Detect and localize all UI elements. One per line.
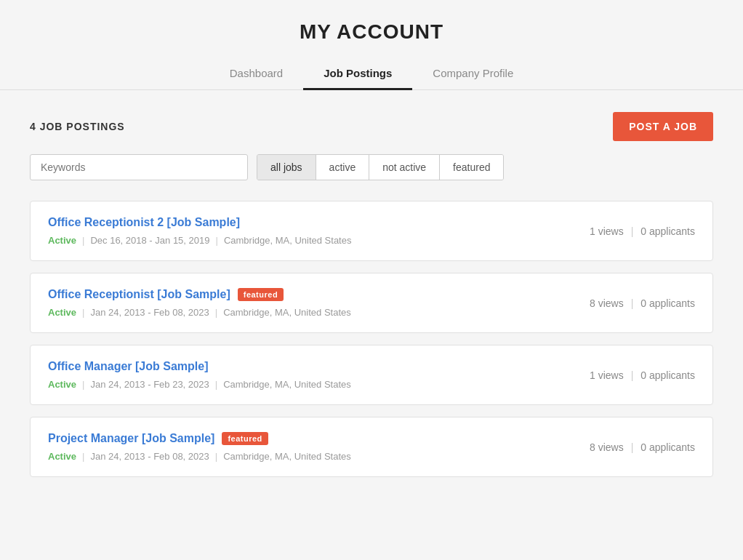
job-status-2: Active	[48, 307, 76, 318]
job-location-1: Cambridge, MA, United States	[224, 235, 352, 246]
filter-all-jobs[interactable]: all jobs	[257, 155, 316, 180]
job-left-1: Office Receptionist 2 [Job Sample] Activ…	[48, 216, 351, 246]
job-title-2[interactable]: Office Receptionist [Job Sample]	[48, 288, 230, 301]
tab-company-profile[interactable]: Company Profile	[412, 58, 534, 90]
job-applicants-2: 0 applicants	[640, 297, 695, 309]
job-applicants-1: 0 applicants	[640, 225, 695, 237]
stat-sep-4: |	[631, 441, 634, 453]
featured-badge-2: featured	[238, 288, 284, 301]
job-date-3: Jan 24, 2013 - Feb 23, 2023	[90, 379, 209, 390]
job-left-2: Office Receptionist [Job Sample] feature…	[48, 288, 351, 318]
job-right-3: 1 views | 0 applicants	[590, 369, 695, 381]
content-area: 4 JOB POSTINGS POST A JOB all jobs activ…	[15, 90, 728, 503]
job-title-row-1: Office Receptionist 2 [Job Sample]	[48, 216, 351, 229]
job-meta-4: Active | Jan 24, 2013 - Feb 08, 2023 | C…	[48, 451, 351, 462]
meta-sep-3: |	[82, 307, 84, 318]
job-title-4[interactable]: Project Manager [Job Sample]	[48, 432, 214, 445]
job-title-row-3: Office Manager [Job Sample]	[48, 360, 351, 373]
job-meta-3: Active | Jan 24, 2013 - Feb 23, 2023 | C…	[48, 379, 351, 390]
meta-sep-2: |	[215, 235, 217, 246]
meta-sep-4: |	[215, 307, 217, 318]
table-row: Office Receptionist 2 [Job Sample] Activ…	[30, 201, 713, 261]
job-title-1[interactable]: Office Receptionist 2 [Job Sample]	[48, 216, 240, 229]
job-meta-1: Active | Dec 16, 2018 - Jan 15, 2019 | C…	[48, 235, 351, 246]
job-date-2: Jan 24, 2013 - Feb 08, 2023	[90, 307, 209, 318]
filter-not-active[interactable]: not active	[369, 155, 440, 180]
meta-sep-5: |	[82, 379, 84, 390]
job-title-row-2: Office Receptionist [Job Sample] feature…	[48, 288, 351, 301]
tab-job-postings[interactable]: Job Postings	[303, 58, 412, 90]
stat-sep-1: |	[631, 225, 634, 237]
job-right-1: 1 views | 0 applicants	[590, 225, 695, 237]
filter-featured[interactable]: featured	[440, 155, 503, 180]
job-meta-2: Active | Jan 24, 2013 - Feb 08, 2023 | C…	[48, 307, 351, 318]
job-list: Office Receptionist 2 [Job Sample] Activ…	[30, 201, 713, 477]
job-views-4: 8 views	[590, 441, 624, 453]
meta-sep-1: |	[82, 235, 84, 246]
job-count-label: 4 JOB POSTINGS	[30, 121, 125, 132]
job-applicants-3: 0 applicants	[640, 369, 695, 381]
job-right-2: 8 views | 0 applicants	[590, 297, 695, 309]
job-applicants-4: 0 applicants	[640, 441, 695, 453]
post-job-button[interactable]: POST A JOB	[613, 112, 713, 141]
meta-sep-8: |	[215, 451, 217, 462]
filter-buttons: all jobs active not active featured	[257, 154, 504, 180]
job-left-4: Project Manager [Job Sample] featured Ac…	[48, 432, 351, 462]
job-location-2: Cambridge, MA, United States	[223, 307, 351, 318]
top-bar: 4 JOB POSTINGS POST A JOB	[30, 112, 713, 141]
table-row: Project Manager [Job Sample] featured Ac…	[30, 417, 713, 477]
table-row: Office Receptionist [Job Sample] feature…	[30, 273, 713, 333]
tab-dashboard[interactable]: Dashboard	[209, 58, 303, 90]
page-title: MY ACCOUNT	[0, 0, 743, 58]
nav-tabs: Dashboard Job Postings Company Profile	[0, 58, 743, 90]
meta-sep-6: |	[215, 379, 217, 390]
job-left-3: Office Manager [Job Sample] Active | Jan…	[48, 360, 351, 390]
job-right-4: 8 views | 0 applicants	[590, 441, 695, 453]
job-status-1: Active	[48, 235, 76, 246]
job-date-4: Jan 24, 2013 - Feb 08, 2023	[90, 451, 209, 462]
job-title-3[interactable]: Office Manager [Job Sample]	[48, 360, 209, 373]
job-views-1: 1 views	[590, 225, 624, 237]
job-location-4: Cambridge, MA, United States	[223, 451, 351, 462]
meta-sep-7: |	[82, 451, 84, 462]
job-location-3: Cambridge, MA, United States	[223, 379, 351, 390]
table-row: Office Manager [Job Sample] Active | Jan…	[30, 345, 713, 405]
job-title-row-4: Project Manager [Job Sample] featured	[48, 432, 351, 445]
featured-badge-4: featured	[222, 432, 268, 445]
job-status-4: Active	[48, 451, 76, 462]
search-input[interactable]	[30, 154, 248, 180]
stat-sep-3: |	[631, 369, 634, 381]
job-status-3: Active	[48, 379, 76, 390]
job-views-3: 1 views	[590, 369, 624, 381]
filter-active[interactable]: active	[316, 155, 370, 180]
filter-row: all jobs active not active featured	[30, 154, 713, 180]
stat-sep-2: |	[631, 297, 634, 309]
page-wrapper: MY ACCOUNT Dashboard Job Postings Compan…	[0, 0, 743, 560]
job-date-1: Dec 16, 2018 - Jan 15, 2019	[90, 235, 209, 246]
job-views-2: 8 views	[590, 297, 624, 309]
